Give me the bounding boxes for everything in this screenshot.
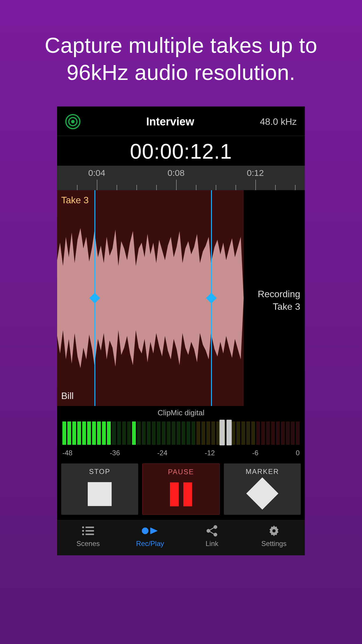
- waveform-view[interactable]: Take 3 Bill RecordingTake 3: [57, 190, 305, 406]
- svg-line-11: [210, 528, 214, 530]
- scene-title[interactable]: Interview: [146, 116, 194, 128]
- recording-indicator-icon: [65, 114, 80, 129]
- pause-label: PAUSE: [168, 468, 194, 476]
- transport-controls: STOP PAUSE MARKER: [57, 460, 305, 520]
- marker-button[interactable]: MARKER: [224, 463, 301, 515]
- rec-play-icon: [142, 524, 159, 537]
- take-label: Take 3: [61, 195, 89, 206]
- header-bar: Interview 48.0 kHz: [57, 106, 305, 136]
- svg-point-2: [82, 530, 84, 532]
- tab-label: Link: [205, 540, 218, 548]
- tab-rec-play[interactable]: Rec/Play: [119, 524, 181, 548]
- sample-rate-label[interactable]: 48.0 kHz: [260, 116, 297, 127]
- marker-label: MARKER: [246, 468, 279, 476]
- marker-icon: [246, 477, 278, 510]
- stop-label: STOP: [89, 468, 110, 476]
- svg-point-6: [142, 528, 148, 534]
- pause-button[interactable]: PAUSE: [142, 463, 220, 515]
- recording-status-label: RecordingTake 3: [258, 288, 300, 313]
- list-icon: [82, 524, 94, 537]
- tab-link[interactable]: Link: [181, 524, 243, 548]
- stop-icon: [88, 482, 112, 506]
- svg-rect-5: [86, 534, 94, 535]
- svg-marker-7: [150, 528, 157, 534]
- svg-point-4: [82, 533, 84, 535]
- gear-icon: [268, 524, 280, 537]
- tab-bar: Scenes Rec/Play Link: [57, 520, 305, 555]
- timecode-display: 00:00:12.1: [57, 136, 305, 166]
- svg-line-12: [210, 531, 214, 534]
- stop-button[interactable]: STOP: [61, 463, 138, 515]
- tab-label: Rec/Play: [136, 540, 164, 548]
- svg-point-9: [214, 525, 217, 529]
- promo-headline: Capture multiple takes up to 96kHz audio…: [0, 0, 362, 104]
- svg-point-0: [82, 526, 84, 528]
- tab-label: Settings: [261, 540, 287, 548]
- svg-point-10: [214, 533, 217, 536]
- level-meter[interactable]: [57, 419, 305, 448]
- svg-point-8: [207, 529, 210, 533]
- svg-rect-1: [86, 527, 94, 528]
- ruler-label: 0:12: [247, 168, 264, 178]
- pause-icon: [170, 482, 192, 506]
- ruler-label: 0:08: [168, 168, 184, 178]
- tab-label: Scenes: [76, 540, 100, 548]
- input-device-label: ClipMic digital: [57, 406, 305, 419]
- meter-scale: -48 -36 -24 -12 -6 0: [57, 448, 305, 460]
- tab-settings[interactable]: Settings: [243, 524, 305, 548]
- app-screen: Interview 48.0 kHz 00:00:12.1 0:04 0:08 …: [57, 106, 305, 555]
- svg-rect-3: [86, 530, 94, 531]
- ruler-label: 0:04: [88, 168, 105, 178]
- time-ruler[interactable]: 0:04 0:08 0:12: [57, 166, 305, 190]
- svg-point-13: [272, 529, 276, 533]
- gain-fader[interactable]: [219, 420, 232, 445]
- track-name-label: Bill: [61, 391, 74, 401]
- share-icon: [206, 524, 218, 537]
- tab-scenes[interactable]: Scenes: [57, 524, 119, 548]
